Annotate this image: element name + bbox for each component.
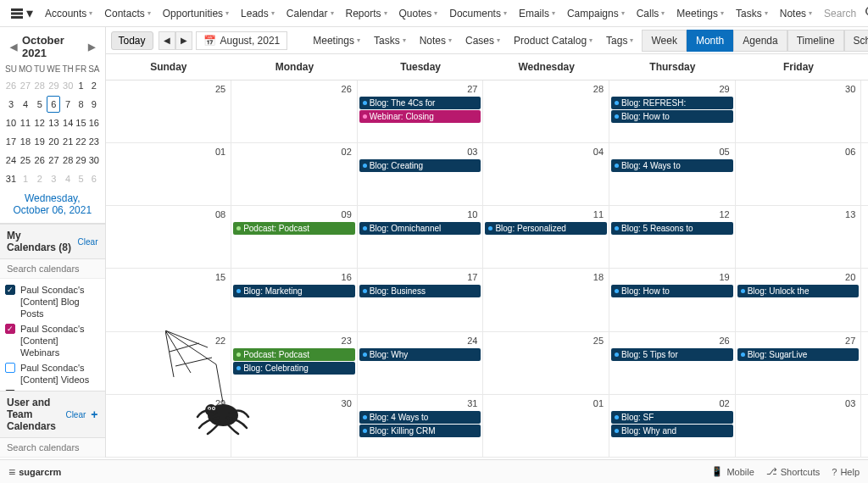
mini-cal-day[interactable]: 8 bbox=[75, 96, 86, 113]
mini-cal-day[interactable]: 12 bbox=[34, 114, 45, 131]
mini-cal-day[interactable]: 9 bbox=[88, 96, 99, 113]
calendar-event[interactable]: Blog: SugarLive bbox=[737, 348, 860, 361]
mini-cal-day[interactable]: 11 bbox=[19, 114, 32, 131]
calendar-event[interactable]: Blog: 5 Tips for bbox=[611, 348, 733, 361]
mini-cal-day[interactable]: 29 bbox=[47, 77, 60, 94]
mini-cal-day[interactable]: 19 bbox=[34, 133, 45, 150]
nav-meetings[interactable]: Meetings▾ bbox=[671, 8, 729, 19]
cal-cell[interactable]: 27Blog: The 4Cs forWebinar: Closing bbox=[358, 80, 484, 142]
cal-cell[interactable]: 12Blog: 5 Reasons to bbox=[609, 206, 736, 268]
nav-tasks[interactable]: Tasks▾ bbox=[731, 8, 773, 19]
calendar-checkbox[interactable] bbox=[5, 363, 15, 373]
calendar-event[interactable]: Blog: How to bbox=[611, 285, 733, 297]
calendar-event[interactable]: Blog: 4 Ways to bbox=[611, 159, 733, 172]
nav-calendar[interactable]: Calendar▾ bbox=[281, 8, 339, 19]
mini-cal-day[interactable]: 2 bbox=[34, 170, 45, 187]
cal-cell[interactable]: 20Blog: Unlock the bbox=[736, 269, 862, 330]
cal-cell[interactable]: 03 bbox=[736, 395, 862, 457]
view-tab-week[interactable]: Week bbox=[642, 30, 686, 52]
calendar-item[interactable]: Paul Scondac's [Content] Videos bbox=[5, 360, 100, 387]
prev-period-button[interactable]: ◀ bbox=[159, 31, 175, 50]
cal-cell[interactable]: 28 bbox=[861, 332, 868, 394]
cal-cell[interactable]: 27Blog: SugarLive bbox=[736, 332, 862, 394]
cal-cell[interactable]: 14 bbox=[861, 206, 868, 268]
nav-documents[interactable]: Documents▾ bbox=[444, 8, 512, 19]
nav-campaigns[interactable]: Campaigns▾ bbox=[562, 8, 630, 19]
cal-cell[interactable]: 02Blog: SFBlog: Why and bbox=[609, 395, 736, 457]
cal-cell[interactable]: 11Blog: Personalized bbox=[483, 206, 609, 268]
calendar-item[interactable]: Paul Scondac's [Content] Blog Posts bbox=[5, 282, 100, 321]
subnav-notes[interactable]: Notes▾ bbox=[413, 35, 459, 47]
cal-cell[interactable]: 15 bbox=[106, 269, 232, 330]
cal-cell[interactable]: 01 bbox=[106, 143, 232, 205]
cal-cell[interactable]: 18 bbox=[483, 269, 609, 330]
cal-cell[interactable]: 08 bbox=[106, 206, 232, 268]
mini-cal-day[interactable]: 7 bbox=[62, 96, 73, 113]
cal-cell[interactable]: 31 bbox=[861, 80, 868, 142]
mini-cal-day[interactable]: 26 bbox=[34, 152, 45, 169]
app-logo[interactable]: ▾ bbox=[5, 5, 38, 21]
calendar-event[interactable]: Blog: Omnichannel bbox=[359, 222, 481, 235]
next-month-icon[interactable]: ▶ bbox=[83, 42, 100, 53]
mini-cal-day[interactable]: 5 bbox=[75, 170, 86, 187]
mini-cal-day[interactable]: 6 bbox=[47, 96, 60, 113]
calendar-event[interactable]: Blog: The 4Cs for bbox=[359, 97, 481, 109]
calendar-event[interactable]: Blog: REFRESH: bbox=[611, 97, 733, 109]
view-tab-agenda[interactable]: Agenda bbox=[733, 30, 787, 52]
nav-notes[interactable]: Notes▾ bbox=[775, 8, 817, 19]
cal-cell[interactable]: 26 bbox=[231, 80, 358, 142]
mini-cal-day[interactable]: 23 bbox=[88, 133, 99, 150]
calendar-event[interactable]: Blog: Why and bbox=[611, 425, 733, 437]
cal-cell[interactable]: 04 bbox=[483, 143, 609, 205]
nav-reports[interactable]: Reports▾ bbox=[341, 8, 392, 19]
calendar-event[interactable]: Blog: 5 Reasons to bbox=[611, 222, 733, 235]
cal-cell[interactable]: 01 bbox=[483, 395, 609, 457]
cal-cell[interactable]: 09Podcast: Podcast bbox=[231, 206, 358, 268]
cal-cell[interactable]: 17Blog: Business bbox=[358, 269, 484, 330]
nav-emails[interactable]: Emails▾ bbox=[514, 8, 560, 19]
calendar-event[interactable]: Blog: Business bbox=[359, 285, 481, 297]
shortcuts-link[interactable]: ⎇Shortcuts bbox=[766, 466, 820, 477]
calendar-event[interactable]: Podcast: Podcast bbox=[233, 348, 355, 361]
mini-cal-day[interactable]: 3 bbox=[47, 170, 60, 187]
cal-cell[interactable]: 30 bbox=[231, 395, 358, 457]
cal-cell[interactable]: 25 bbox=[106, 80, 232, 142]
nav-opportunities[interactable]: Opportunities▾ bbox=[158, 8, 234, 19]
mini-cal-day[interactable]: 1 bbox=[19, 170, 32, 187]
clear-team-calendars[interactable]: Clear bbox=[65, 410, 86, 419]
mini-cal-day[interactable]: 31 bbox=[5, 170, 17, 187]
mini-cal-day[interactable]: 13 bbox=[47, 114, 60, 131]
view-tab-timeline[interactable]: Timeline bbox=[787, 30, 844, 52]
cal-cell[interactable]: 16Blog: Marketing bbox=[231, 269, 358, 330]
nav-leads[interactable]: Leads▾ bbox=[236, 8, 280, 19]
clear-my-calendars[interactable]: Clear bbox=[78, 237, 98, 247]
mini-cal-day[interactable]: 16 bbox=[88, 114, 99, 131]
mini-cal-day[interactable]: 14 bbox=[62, 114, 73, 131]
mini-cal-day[interactable]: 6 bbox=[88, 170, 99, 187]
search-team-calendars[interactable] bbox=[0, 438, 105, 458]
mini-cal-day[interactable]: 29 bbox=[75, 152, 86, 169]
calendar-event[interactable]: Blog: Personalized bbox=[485, 222, 607, 235]
calendar-checkbox[interactable] bbox=[5, 285, 15, 295]
cal-cell[interactable]: 31Blog: 4 Ways toBlog: Killing CRM bbox=[358, 395, 484, 457]
view-tab-scheduler[interactable]: Scheduler bbox=[844, 30, 868, 52]
mini-cal-day[interactable]: 27 bbox=[47, 152, 60, 169]
cal-cell[interactable]: 25 bbox=[483, 332, 609, 394]
calendar-event[interactable]: Blog: Celebrating bbox=[233, 362, 355, 375]
cal-cell[interactable]: 21 bbox=[861, 269, 868, 330]
mini-cal-day[interactable]: 15 bbox=[75, 114, 86, 131]
mini-cal-day[interactable]: 24 bbox=[5, 152, 17, 169]
mobile-link[interactable]: 📱Mobile bbox=[711, 466, 754, 477]
subnav-meetings[interactable]: Meetings▾ bbox=[306, 35, 367, 47]
calendar-event[interactable]: Webinar: Closing bbox=[359, 110, 481, 123]
cal-cell[interactable]: 05Blog: 4 Ways to bbox=[609, 143, 736, 205]
cal-cell[interactable]: 10Blog: Omnichannel bbox=[358, 206, 484, 268]
subnav-tasks[interactable]: Tasks▾ bbox=[367, 35, 413, 47]
calendar-event[interactable]: Blog: How to bbox=[611, 110, 733, 123]
mini-cal-day[interactable]: 20 bbox=[47, 133, 60, 150]
nav-contacts[interactable]: Contacts▾ bbox=[99, 8, 155, 19]
calendar-event[interactable]: Blog: Unlock the bbox=[737, 285, 860, 297]
nav-accounts[interactable]: Accounts▾ bbox=[40, 8, 97, 19]
calendar-event[interactable]: Blog: Marketing bbox=[233, 285, 355, 297]
global-search[interactable]: Search bbox=[824, 8, 856, 19]
